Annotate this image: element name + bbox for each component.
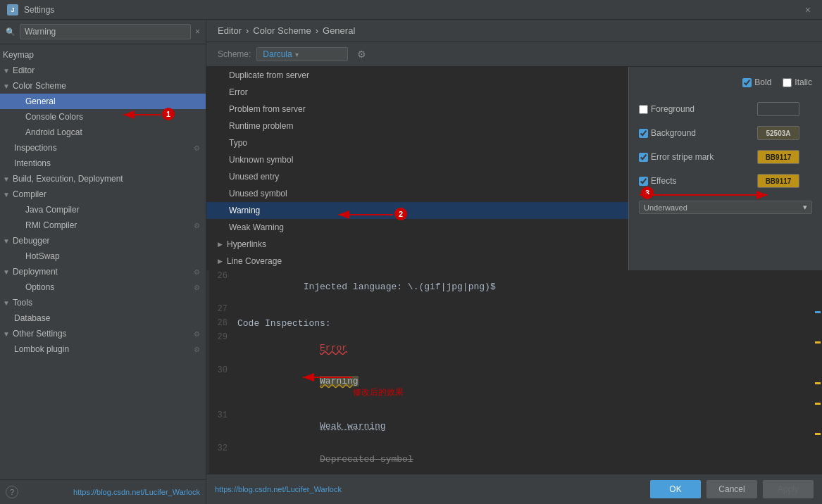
sidebar-item-build-exec[interactable]: ▼ Build, Execution, Deployment [0, 171, 206, 187]
line-num-27: 27 [209, 304, 235, 317]
italic-checkbox[interactable]: Italic [783, 77, 812, 87]
sidebar-item-keymap[interactable]: Keymap [0, 47, 206, 63]
list-item-hyperlinks[interactable]: ▶ Hyperlinks [206, 236, 628, 253]
code-line-30: 30 Warning 修改后的效果 [209, 365, 822, 410]
scheme-dropdown-arrow: ▾ [295, 51, 299, 58]
scroll-mark-blue [815, 311, 821, 313]
effects-type-row: Underwaved ▾ [639, 198, 812, 214]
background-color-picker[interactable]: 52503A [757, 126, 799, 140]
error-stripe-checkbox[interactable]: Error stripe mark [639, 152, 752, 162]
sidebar-item-general[interactable]: General [0, 94, 206, 109]
scheme-bar: Scheme: Darcula ▾ ⚙ [206, 42, 822, 67]
bold-input[interactable] [742, 78, 752, 87]
italic-input[interactable] [783, 78, 792, 87]
effects-input[interactable] [639, 177, 648, 186]
app-icon: J [7, 4, 18, 15]
search-clear-icon[interactable]: × [195, 27, 200, 37]
list-item-warning[interactable]: Warning [206, 202, 628, 219]
apply-button[interactable]: Apply [763, 480, 814, 498]
sidebar-item-debugger[interactable]: ▼ Debugger [0, 233, 206, 248]
prop-background-row: Background 52503A [639, 125, 812, 141]
list-item-typo[interactable]: Typo [206, 134, 628, 151]
effects-checkbox[interactable]: Effects [639, 176, 752, 186]
sidebar-item-rmi-compiler[interactable]: RMI Compiler ⚙ [0, 218, 206, 233]
content-area: Editor › Color Scheme › General Scheme: … [206, 20, 822, 504]
split-pane: Duplicate from server Error Problem from… [206, 67, 822, 270]
list-item-unused-entry[interactable]: Unused entry [206, 168, 628, 185]
title-bar: J Settings × [0, 0, 822, 20]
breadcrumb: Editor › Color Scheme › General [218, 25, 355, 36]
title-bar-title: Settings [24, 5, 801, 15]
scheme-label: Scheme: [218, 49, 251, 59]
sidebar-item-java-compiler[interactable]: Java Compiler [0, 202, 206, 218]
breadcrumb-sep2: › [316, 25, 318, 36]
code-line-29: 29 Error [209, 332, 822, 365]
search-bar: 🔍 × [0, 20, 206, 44]
sidebar-item-options[interactable]: Options ⚙ [0, 279, 206, 295]
sidebar-tree: Keymap ▼ Editor ▼ Color Scheme General C… [0, 44, 206, 479]
sidebar-item-lombok-plugin[interactable]: Lombok plugin ⚙ [0, 341, 206, 357]
ok-button[interactable]: OK [650, 480, 701, 498]
foreground-checkbox[interactable]: Foreground [639, 104, 752, 114]
prop-bold-italic-row: Bold Italic [639, 74, 812, 91]
bottom-bar: https://blog.csdn.net/Lucifer_Warlock OK… [206, 474, 822, 504]
bottom-url: https://blog.csdn.net/Lucifer_Warlock [73, 488, 200, 496]
scheme-dropdown[interactable]: Darcula ▾ [256, 47, 348, 61]
breadcrumb-color-scheme: Color Scheme [253, 25, 311, 36]
list-scroll[interactable]: Duplicate from server Error Problem from… [206, 67, 628, 270]
effects-type-dropdown[interactable]: Underwaved ▾ [639, 201, 812, 214]
list-item-prob-server[interactable]: Problem from server [206, 101, 628, 118]
error-stripe-input[interactable] [639, 153, 648, 162]
foreground-input[interactable] [639, 105, 648, 114]
close-button[interactable]: × [801, 3, 815, 17]
line-num-29: 29 [209, 332, 235, 364]
scroll-mark-yellow4 [815, 433, 821, 435]
foreground-color-picker[interactable] [757, 102, 799, 116]
sidebar-item-inspections[interactable]: Inspections ⚙ [0, 140, 206, 156]
error-stripe-color-picker[interactable]: BB9117 [757, 150, 799, 164]
effects-color-picker[interactable]: BB9117 [757, 174, 799, 188]
scheme-gear-button[interactable]: ⚙ [354, 46, 369, 62]
search-input[interactable] [20, 24, 191, 39]
code-line-32: 32 Deprecated symbol [209, 443, 822, 474]
list-item-error[interactable]: Error [206, 84, 628, 101]
background-input[interactable] [639, 129, 648, 138]
breadcrumb-sep1: › [246, 25, 249, 36]
sidebar-item-android-logcat[interactable]: Android Logcat [0, 125, 206, 140]
list-item-runtime-problem[interactable]: Runtime problem [206, 118, 628, 134]
list-item-weak-warning[interactable]: Weak Warning [206, 219, 628, 236]
list-item-unknown-symbol[interactable]: Unknown symbol [206, 151, 628, 168]
search-icon: 🔍 [6, 27, 15, 37]
breadcrumb-general: General [323, 25, 355, 36]
sidebar-item-deployment[interactable]: ▼ Deployment ⚙ [0, 264, 206, 279]
list-item-line-coverage[interactable]: ▶ Line Coverage [206, 253, 628, 270]
prop-foreground-row: Foreground [639, 101, 812, 118]
sidebar-item-compiler[interactable]: ▼ Compiler [0, 187, 206, 202]
line-content-29: Error [235, 332, 822, 364]
line-content-32: Deprecated symbol [235, 443, 822, 474]
sidebar-item-database[interactable]: Database [0, 310, 206, 326]
breadcrumb-editor: Editor [218, 25, 242, 36]
sidebar-item-tools[interactable]: ▼ Tools [0, 295, 206, 310]
sidebar-item-hotswap[interactable]: HotSwap [0, 248, 206, 264]
sidebar-item-editor[interactable]: ▼ Editor [0, 63, 206, 78]
line-content-30: Warning 修改后的效果 [235, 365, 822, 409]
sidebar-item-intentions[interactable]: Intentions [0, 156, 206, 171]
background-checkbox[interactable]: Background [639, 128, 752, 138]
cancel-button[interactable]: Cancel [706, 480, 757, 498]
bold-checkbox[interactable]: Bold [742, 77, 771, 87]
list-item-unused-symbol[interactable]: Unused symbol [206, 185, 628, 202]
help-button[interactable]: ? [6, 486, 18, 498]
list-item-dup-server[interactable]: Duplicate from server [206, 67, 628, 84]
code-line-26: 26 Injected language: \.(gif|jpg|png)$ [209, 270, 822, 303]
prop-effects-row: Effects BB9117 [639, 172, 812, 189]
line-content-26: Injected language: \.(gif|jpg|png)$ [235, 271, 822, 303]
line-content-31: Weak warning [235, 410, 822, 442]
prop-error-stripe-row: Error stripe mark BB9117 [639, 149, 812, 165]
line-num-31: 31 [209, 410, 235, 442]
sidebar-item-color-scheme[interactable]: ▼ Color Scheme [0, 78, 206, 94]
sidebar-item-other-settings[interactable]: ▼ Other Settings ⚙ [0, 326, 206, 341]
sidebar-item-console-colors[interactable]: Console Colors [0, 109, 206, 125]
code-line-31: 31 Weak warning [209, 410, 822, 443]
code-line-28: 28 Code Inspections: [209, 317, 822, 332]
